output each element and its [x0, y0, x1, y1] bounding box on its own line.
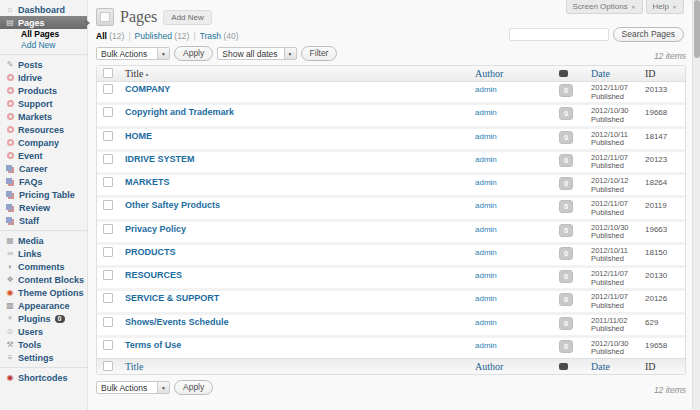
sidebar-item-career[interactable]: Career: [0, 162, 87, 175]
page-title-link[interactable]: IDRIVE SYSTEM: [125, 154, 195, 164]
comment-count-bubble[interactable]: 0: [559, 107, 573, 120]
row-checkbox[interactable]: [103, 247, 113, 257]
sidebar-item-company[interactable]: Company: [0, 136, 87, 149]
row-checkbox[interactable]: [103, 131, 113, 141]
help-tab[interactable]: Help ▼: [646, 0, 684, 14]
page-title-link[interactable]: SERVICE & SUPPORT: [125, 293, 219, 303]
comment-count-bubble[interactable]: 0: [559, 317, 573, 330]
comment-count-bubble[interactable]: 0: [559, 200, 573, 213]
row-checkbox[interactable]: [103, 340, 113, 350]
bulk-actions-select[interactable]: Bulk Actions ▼: [96, 381, 170, 394]
row-checkbox[interactable]: [103, 317, 113, 327]
page-title-link[interactable]: Shows/Events Schedule: [125, 317, 229, 327]
row-checkbox[interactable]: [103, 154, 113, 164]
sidebar-item-appearance[interactable]: ▩ Appearance: [0, 299, 87, 312]
search-pages-button[interactable]: Search Pages: [613, 27, 684, 42]
sidebar-item-content-blocks[interactable]: ❖ Content Blocks: [0, 273, 87, 286]
sidebar-item-products[interactable]: Products: [0, 84, 87, 97]
sidebar-item-comments[interactable]: ◖ Comments: [0, 260, 87, 273]
sidebar-item-tools[interactable]: ⚒ Tools: [0, 338, 87, 351]
add-new-button[interactable]: Add New: [163, 10, 211, 25]
page-title-link[interactable]: PRODUCTS: [125, 247, 176, 257]
sort-by-author[interactable]: Author: [475, 68, 503, 79]
page-title-link[interactable]: Copyright and Trademark: [125, 107, 234, 117]
sidebar-item-idrive[interactable]: Idrive: [0, 71, 87, 84]
sidebar-item-staff[interactable]: Staff: [0, 214, 87, 227]
author-link[interactable]: admin: [475, 201, 497, 210]
sort-by-author[interactable]: Author: [475, 361, 503, 372]
author-link[interactable]: admin: [475, 85, 497, 94]
sidebar-item-pages[interactable]: ▤ Pages: [0, 16, 87, 29]
comment-count-bubble[interactable]: 0: [559, 340, 573, 353]
sidebar-subitem-add-new[interactable]: Add New: [0, 40, 87, 51]
comment-count-bubble[interactable]: 0: [559, 247, 573, 260]
author-link[interactable]: admin: [475, 294, 497, 303]
author-link[interactable]: admin: [475, 318, 497, 327]
author-link[interactable]: admin: [475, 248, 497, 257]
page-title-link[interactable]: HOME: [125, 131, 152, 141]
comment-count-bubble[interactable]: 0: [559, 154, 573, 167]
sidebar-item-settings[interactable]: ≡ Settings: [0, 351, 87, 364]
author-link[interactable]: admin: [475, 132, 497, 141]
page-title-link[interactable]: Privacy Policy: [125, 224, 186, 234]
filter-published-link[interactable]: Published (12): [135, 31, 190, 41]
dates-filter-select[interactable]: Show all dates ▼: [217, 47, 296, 60]
page-title-link[interactable]: Other Saftey Products: [125, 200, 220, 210]
comment-count-bubble[interactable]: 0: [559, 131, 573, 144]
sort-by-date[interactable]: Date: [591, 68, 610, 79]
sidebar-item-pricing-table[interactable]: Pricing Table: [0, 188, 87, 201]
sort-by-title[interactable]: Title: [125, 361, 144, 372]
search-input[interactable]: [509, 28, 609, 41]
comment-count-bubble[interactable]: 0: [559, 293, 573, 306]
comment-count-bubble[interactable]: 0: [559, 177, 573, 190]
author-link[interactable]: admin: [475, 155, 497, 164]
bulk-actions-select[interactable]: Bulk Actions ▼: [96, 47, 170, 60]
filter-trash-link[interactable]: Trash (40): [200, 31, 239, 41]
select-all-checkbox[interactable]: [103, 361, 113, 371]
sidebar-subitem-all-pages[interactable]: All Pages: [0, 29, 87, 40]
comment-count-bubble[interactable]: 0: [559, 84, 573, 97]
apply-button[interactable]: Apply: [174, 380, 213, 395]
comment-count-bubble[interactable]: 0: [559, 224, 573, 237]
filter-all-link[interactable]: All (12): [96, 31, 124, 41]
sidebar-item-posts[interactable]: ✎ Posts: [0, 58, 87, 71]
row-checkbox[interactable]: [103, 293, 113, 303]
select-all-checkbox[interactable]: [103, 68, 113, 78]
filter-button[interactable]: Filter: [301, 46, 338, 61]
row-checkbox[interactable]: [103, 224, 113, 234]
page-title-link[interactable]: Terms of Use: [125, 340, 181, 350]
page-title-link[interactable]: MARKETS: [125, 177, 170, 187]
sidebar-item-resources[interactable]: Resources: [0, 123, 87, 136]
sidebar-item-theme-options[interactable]: ◉ Theme Options: [0, 286, 87, 299]
screen-options-tab[interactable]: Screen Options ▼: [566, 0, 643, 14]
author-link[interactable]: admin: [475, 108, 497, 117]
sidebar-item-faqs[interactable]: FAQs: [0, 175, 87, 188]
author-link[interactable]: admin: [475, 225, 497, 234]
author-link[interactable]: admin: [475, 271, 497, 280]
sidebar-item-shortcodes[interactable]: ◉ Shortcodes: [0, 371, 87, 384]
sidebar-item-plugins[interactable]: ⚡ Plugins 0: [0, 312, 87, 325]
sidebar-item-links[interactable]: ∞ Links: [0, 247, 87, 260]
sidebar-item-dashboard[interactable]: ⌂ Dashboard: [0, 3, 87, 16]
sort-by-title[interactable]: Title ▴: [125, 68, 149, 79]
page-title-link[interactable]: RESOURCES: [125, 270, 182, 280]
sidebar-item-support[interactable]: Support: [0, 97, 87, 110]
author-link[interactable]: admin: [475, 341, 497, 350]
sidebar-item-markets[interactable]: Markets: [0, 110, 87, 123]
sidebar-item-event[interactable]: Event: [0, 149, 87, 162]
sidebar-item-media[interactable]: ▦ Media: [0, 234, 87, 247]
sidebar-item-users[interactable]: ☺ Users: [0, 325, 87, 338]
row-checkbox[interactable]: [103, 107, 113, 117]
page-title-link[interactable]: COMPANY: [125, 84, 170, 94]
scrollbar[interactable]: [692, 0, 700, 410]
comment-count-bubble[interactable]: 0: [559, 270, 573, 283]
row-checkbox[interactable]: [103, 200, 113, 210]
row-checkbox[interactable]: [103, 270, 113, 280]
author-link[interactable]: admin: [475, 178, 497, 187]
row-checkbox[interactable]: [103, 84, 113, 94]
scrollbar-thumb[interactable]: [694, 0, 700, 58]
sort-by-date[interactable]: Date: [591, 361, 610, 372]
sidebar-item-review[interactable]: Review: [0, 201, 87, 214]
row-checkbox[interactable]: [103, 177, 113, 187]
apply-button[interactable]: Apply: [174, 46, 213, 61]
